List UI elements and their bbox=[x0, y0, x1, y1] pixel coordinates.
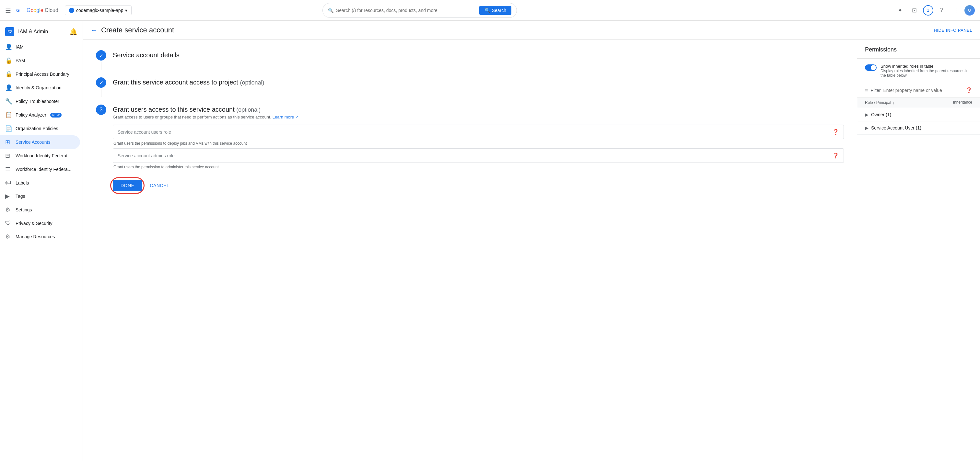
inherited-description: Display roles inherited from the parent … bbox=[880, 69, 972, 78]
step-3-content: Grant users access to this service accou… bbox=[113, 105, 844, 191]
sidebar-item-privacy-security[interactable]: 🛡 Privacy & Security bbox=[0, 217, 80, 230]
sidebar-item-policy-analyzer[interactable]: 📋 Policy Analyzer NEW bbox=[0, 108, 80, 122]
step-1-content: Service account details bbox=[113, 50, 844, 60]
help-button[interactable]: ? bbox=[936, 5, 948, 16]
admins-role-help-icon[interactable]: ❓ bbox=[832, 152, 839, 158]
iam-icon: 👤 bbox=[5, 43, 12, 51]
step-2-line bbox=[101, 89, 102, 97]
admins-role-input[interactable] bbox=[118, 153, 830, 158]
step-3-optional: (optional) bbox=[236, 106, 261, 113]
users-role-input[interactable] bbox=[118, 130, 830, 135]
inherited-toggle[interactable] bbox=[865, 65, 877, 71]
sidebar-item-service-accounts[interactable]: ⊞ Service Accounts bbox=[0, 135, 80, 149]
step-3-description: Grant access to users or groups that nee… bbox=[113, 115, 844, 119]
inherited-toggle-row: Show inherited roles in table Display ro… bbox=[857, 59, 980, 83]
sidebar-item-tags[interactable]: ▶ Tags bbox=[0, 189, 80, 203]
cancel-button[interactable]: CANCEL bbox=[147, 180, 172, 191]
step-1-circle: ✓ bbox=[96, 50, 106, 60]
owner-row[interactable]: ▶ Owner (1) bbox=[857, 108, 980, 121]
users-role-help-icon[interactable]: ❓ bbox=[832, 129, 839, 135]
filter-help-icon[interactable]: ❓ bbox=[966, 87, 972, 93]
page-header: ← Create service account HIDE INFO PANEL bbox=[83, 21, 980, 40]
hide-info-panel-button[interactable]: HIDE INFO PANEL bbox=[934, 28, 972, 33]
step-2: ✓ Grant this service account access to p… bbox=[96, 78, 844, 97]
expand-service-account-user-icon: ▶ bbox=[865, 125, 869, 130]
sidebar-item-org-policies[interactable]: 📄 Organization Policies bbox=[0, 122, 80, 135]
policy-troubleshooter-icon: 🔧 bbox=[5, 98, 12, 105]
org-policies-icon: 📄 bbox=[5, 125, 12, 132]
sidebar-item-iam[interactable]: 👤 IAM bbox=[0, 40, 80, 54]
sidebar-item-workforce-identity[interactable]: ☰ Workforce Identity Federa... bbox=[0, 163, 80, 176]
users-role-input-wrap: ❓ bbox=[113, 125, 844, 139]
filter-label: Filter bbox=[870, 88, 880, 93]
svg-text:G: G bbox=[16, 8, 20, 13]
done-button-wrapper: DONE bbox=[113, 180, 142, 191]
toggle-slider bbox=[865, 65, 877, 71]
identity-org-icon: 👤 bbox=[5, 84, 12, 91]
google-cloud-text: Google Cloud bbox=[27, 8, 58, 13]
hamburger-icon[interactable]: ☰ bbox=[5, 6, 11, 14]
step-1-line bbox=[101, 62, 102, 70]
sidebar-item-labels[interactable]: 🏷 Labels bbox=[0, 176, 80, 189]
owner-label: Owner (1) bbox=[871, 112, 891, 117]
service-accounts-icon: ⊞ bbox=[5, 139, 12, 146]
service-account-user-row[interactable]: ▶ Service Account User (1) bbox=[857, 121, 980, 135]
search-input[interactable] bbox=[336, 8, 477, 13]
sidebar-item-workload-identity[interactable]: ⊟ Workload Identity Federat... bbox=[0, 149, 80, 163]
back-button[interactable]: ← bbox=[91, 27, 97, 34]
notification-badge[interactable]: 1 bbox=[923, 5, 933, 16]
filter-row: ≡ Filter ❓ bbox=[857, 83, 980, 97]
step-3-circle: 3 bbox=[96, 105, 106, 115]
done-button[interactable]: DONE bbox=[113, 180, 142, 191]
page-title: Create service account bbox=[101, 26, 174, 34]
admins-role-field-row: ❓ Grant users the permission to administ… bbox=[113, 148, 844, 170]
role-principal-column-header[interactable]: Role / Principal ↑ bbox=[865, 100, 895, 105]
avatar[interactable]: U bbox=[964, 5, 975, 16]
content-area: ✓ Service account details ✓ G bbox=[83, 40, 980, 459]
monitor-icon: ⊡ bbox=[912, 7, 917, 14]
sidebar-item-policy-troubleshooter[interactable]: 🔧 Policy Troubleshooter bbox=[0, 95, 80, 108]
search-bar: 🔍 🔍 Search bbox=[323, 3, 517, 18]
admins-role-input-wrap: ❓ bbox=[113, 148, 844, 163]
service-account-user-label: Service Account User (1) bbox=[871, 125, 921, 130]
chevron-down-icon: ▾ bbox=[125, 8, 127, 13]
google-cloud-logo: G Google Cloud bbox=[15, 6, 58, 15]
filter-icon: ≡ bbox=[865, 87, 868, 93]
filter-input[interactable] bbox=[883, 88, 963, 93]
sparkle-button[interactable]: ✦ bbox=[894, 5, 906, 16]
users-role-field-row: ❓ Grant users the permissions to deploy … bbox=[113, 125, 844, 146]
sidebar-item-identity-org[interactable]: 👤 Identity & Organization bbox=[0, 81, 80, 95]
inherited-label: Show inherited roles in table bbox=[880, 64, 972, 69]
inheritance-column-header: Inheritance bbox=[953, 100, 972, 105]
more-options-button[interactable]: ⋮ bbox=[950, 5, 962, 16]
form-section: ✓ Service account details ✓ G bbox=[83, 40, 857, 459]
sidebar-item-manage-resources[interactable]: ⚙ Manage Resources bbox=[0, 230, 80, 244]
workload-identity-icon: ⊟ bbox=[5, 152, 12, 159]
sidebar-item-settings[interactable]: ⚙ Settings bbox=[0, 203, 80, 217]
more-icon: ⋮ bbox=[953, 7, 959, 14]
monitor-button[interactable]: ⊡ bbox=[909, 5, 920, 16]
permissions-panel: Permissions Show inherited roles in tabl… bbox=[857, 40, 980, 459]
sort-arrow-icon: ↑ bbox=[892, 100, 895, 105]
step-2-title: Grant this service account access to pro… bbox=[113, 79, 844, 86]
header-icons: ✦ ⊡ 1 ? ⋮ U bbox=[894, 5, 975, 16]
search-button[interactable]: 🔍 Search bbox=[479, 6, 511, 15]
learn-more-link[interactable]: Learn more ↗ bbox=[272, 115, 299, 119]
sidebar-item-principal-access[interactable]: 🔒 Principal Access Boundary bbox=[0, 67, 80, 81]
labels-icon: 🏷 bbox=[5, 179, 12, 186]
search-icon: 🔍 bbox=[328, 8, 334, 13]
inherited-text: Show inherited roles in table Display ro… bbox=[880, 64, 972, 78]
step-3: 3 Grant users access to this service acc… bbox=[96, 105, 844, 191]
tags-icon: ▶ bbox=[5, 193, 12, 200]
help-icon: ? bbox=[940, 7, 943, 14]
sidebar-item-pam[interactable]: 🔒 PAM bbox=[0, 54, 80, 67]
admins-role-help-text: Grant users the permission to administer… bbox=[113, 165, 844, 170]
policy-analyzer-icon: 📋 bbox=[5, 111, 12, 119]
button-row: DONE CANCEL bbox=[113, 180, 844, 191]
step-1: ✓ Service account details bbox=[96, 50, 844, 70]
settings-icon: ⚙ bbox=[5, 206, 12, 213]
users-role-help-text: Grant users the permissions to deploy jo… bbox=[113, 141, 844, 146]
sidebar-title: IAM & Admin bbox=[18, 29, 48, 35]
project-selector[interactable]: codemagic-sample-app ▾ bbox=[65, 5, 132, 15]
sidebar-bell-icon[interactable]: 🔔 bbox=[69, 28, 78, 36]
